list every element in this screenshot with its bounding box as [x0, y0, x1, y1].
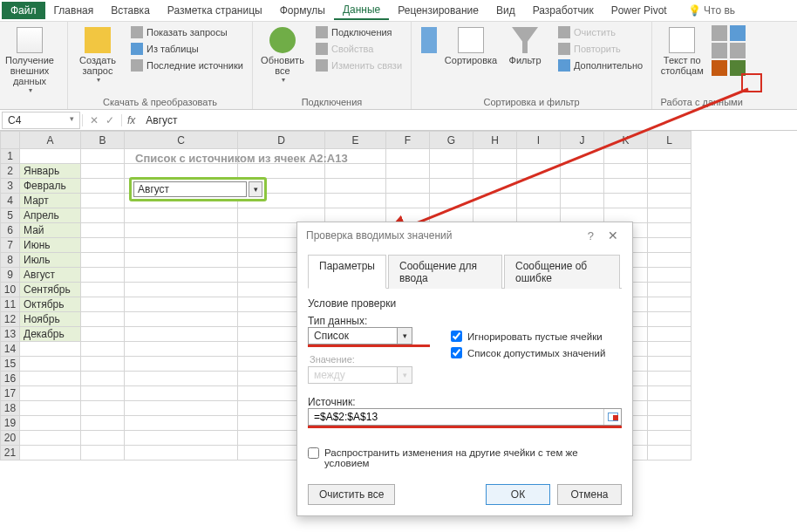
text-to-columns-button[interactable]: Текст по столбцам: [657, 25, 706, 78]
cell[interactable]: [473, 208, 517, 223]
row-header[interactable]: 21: [1, 446, 20, 460]
recent-sources-button[interactable]: Последние источники: [127, 58, 247, 72]
cell[interactable]: [81, 401, 125, 416]
cell[interactable]: [648, 223, 691, 238]
cell[interactable]: [238, 208, 325, 223]
row-header[interactable]: 6: [1, 223, 20, 238]
cell[interactable]: [125, 386, 238, 401]
cell[interactable]: Декабрь: [20, 327, 81, 342]
cell[interactable]: [20, 416, 81, 431]
row-header[interactable]: 15: [1, 357, 20, 372]
cell[interactable]: [561, 194, 604, 208]
data-validation-icon[interactable]: [712, 60, 727, 76]
cell[interactable]: [81, 386, 125, 401]
cell[interactable]: Сентябрь: [20, 283, 81, 297]
cell[interactable]: [81, 194, 125, 208]
row-header[interactable]: 14: [1, 342, 20, 357]
get-external-data-button[interactable]: Получение внешних данных▾: [5, 25, 54, 96]
cell[interactable]: [386, 194, 430, 208]
reapply-button[interactable]: Повторить: [555, 42, 646, 56]
row-header[interactable]: 5: [1, 208, 20, 223]
cell[interactable]: [648, 431, 691, 446]
column-header[interactable]: B: [81, 132, 125, 149]
cell[interactable]: [81, 208, 125, 223]
cell[interactable]: [81, 446, 125, 460]
cell[interactable]: [81, 179, 125, 194]
cell[interactable]: [648, 194, 691, 208]
sort-button[interactable]: Сортировка: [446, 25, 495, 67]
filter-button[interactable]: Фильтр: [501, 25, 549, 67]
cell[interactable]: [125, 327, 238, 342]
cell[interactable]: [604, 194, 648, 208]
cell[interactable]: [517, 179, 561, 194]
tab-input-message[interactable]: Сообщение для ввода: [388, 255, 502, 289]
cell[interactable]: [125, 208, 238, 223]
tab-parameters[interactable]: Параметры: [308, 255, 386, 289]
from-table-button[interactable]: Из таблицы: [127, 42, 247, 56]
tab-error-alert[interactable]: Сообщение об ошибке: [504, 255, 620, 289]
sort-az-button[interactable]: [417, 25, 441, 55]
column-header[interactable]: I: [517, 132, 561, 149]
cell[interactable]: [81, 283, 125, 297]
accept-formula-icon[interactable]: ✓: [106, 114, 114, 126]
column-header[interactable]: F: [386, 132, 430, 149]
remove-duplicates-icon[interactable]: [712, 43, 727, 58]
ok-button[interactable]: ОК: [486, 484, 550, 505]
column-header[interactable]: L: [648, 132, 691, 149]
row-header[interactable]: 17: [1, 386, 20, 401]
tab-file[interactable]: Файл: [2, 2, 45, 19]
row-header[interactable]: 11: [1, 297, 20, 312]
cell[interactable]: [20, 372, 81, 386]
cell[interactable]: [648, 372, 691, 386]
column-header[interactable]: E: [325, 132, 386, 149]
tab-developer[interactable]: Разработчик: [524, 2, 603, 19]
source-input[interactable]: [308, 408, 622, 426]
clear-filter-button[interactable]: Очистить: [555, 25, 646, 39]
column-header[interactable]: K: [604, 132, 648, 149]
cell[interactable]: Январь: [20, 164, 81, 179]
cell[interactable]: Август: [20, 268, 81, 283]
cell[interactable]: [125, 401, 238, 416]
row-header[interactable]: 16: [1, 372, 20, 386]
tab-powerpivot[interactable]: Power Pivot: [603, 2, 676, 19]
cell[interactable]: [125, 357, 238, 372]
refresh-all-button[interactable]: Обновить все▾: [258, 25, 307, 85]
cell[interactable]: Октябрь: [20, 297, 81, 312]
cell[interactable]: [648, 179, 691, 194]
cell[interactable]: [325, 208, 386, 223]
cell[interactable]: Июль: [20, 253, 81, 268]
cell[interactable]: Март: [20, 194, 81, 208]
formula-input[interactable]: Август: [140, 113, 797, 128]
column-header[interactable]: H: [473, 132, 517, 149]
cell[interactable]: [20, 342, 81, 357]
cell[interactable]: [430, 208, 473, 223]
clear-all-button[interactable]: Очистить все: [308, 484, 395, 505]
flash-fill-icon[interactable]: [712, 25, 727, 41]
consolidate-icon[interactable]: [730, 25, 746, 41]
cell[interactable]: [125, 446, 238, 460]
cell[interactable]: [238, 164, 325, 179]
show-queries-button[interactable]: Показать запросы: [127, 25, 247, 39]
cell[interactable]: [81, 238, 125, 253]
cell[interactable]: [20, 386, 81, 401]
column-header[interactable]: D: [238, 132, 325, 149]
cell[interactable]: [648, 297, 691, 312]
chevron-down-icon[interactable]: ▾: [397, 328, 412, 344]
cell[interactable]: [648, 283, 691, 297]
cell[interactable]: [473, 164, 517, 179]
propagate-checkbox[interactable]: Распространить изменения на другие ячейк…: [308, 447, 622, 468]
cell[interactable]: [81, 372, 125, 386]
cell[interactable]: [648, 357, 691, 372]
cell[interactable]: [81, 327, 125, 342]
cell[interactable]: [386, 208, 430, 223]
cell[interactable]: [125, 253, 238, 268]
cell[interactable]: [430, 149, 473, 164]
cell[interactable]: [517, 164, 561, 179]
cell[interactable]: [125, 297, 238, 312]
cell[interactable]: [561, 164, 604, 179]
range-picker-button[interactable]: [603, 409, 621, 425]
cell[interactable]: [561, 179, 604, 194]
allow-combobox[interactable]: Список ▾: [308, 327, 412, 344]
cell[interactable]: [648, 446, 691, 460]
cell[interactable]: [125, 312, 238, 327]
